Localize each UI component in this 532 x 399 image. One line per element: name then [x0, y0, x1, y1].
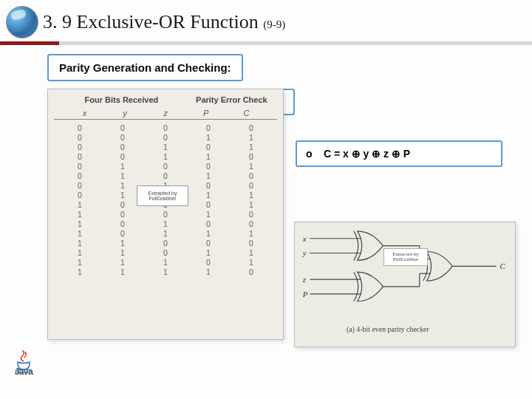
col-x: x	[64, 109, 105, 117]
table-cell: 0	[101, 152, 144, 161]
circuit-diagram: .l{stroke:#444;stroke-width:1.2;fill:non…	[294, 222, 516, 347]
table-row: 10100	[58, 219, 273, 228]
table-cell: 1	[58, 239, 101, 248]
table-cell: 0	[144, 239, 187, 248]
table-cell: 1	[187, 210, 230, 219]
diag-y: y	[302, 248, 307, 257]
table-cell: 1	[101, 267, 144, 276]
table-row: 00000	[58, 123, 273, 132]
title-text: 3. 9 Exclusive-OR Function	[43, 11, 259, 33]
table-cell: 0	[101, 133, 144, 142]
table-cell: 0	[101, 123, 144, 132]
table-cell: 0	[58, 133, 101, 142]
table-cell: 0	[58, 181, 101, 190]
table-cell: 0	[144, 248, 187, 257]
diag-x: x	[302, 234, 307, 243]
table-cell: 0	[230, 267, 273, 276]
table-cell: 1	[101, 171, 144, 180]
table-cell: 1	[58, 267, 101, 276]
table-cell: 0	[144, 210, 187, 219]
table-cell: 0	[230, 219, 273, 228]
table-cell: 1	[187, 152, 230, 161]
table-cell: 1	[58, 258, 101, 267]
table-cell: 0	[58, 123, 101, 132]
table-cell: 1	[230, 229, 273, 238]
table-cell: 1	[58, 219, 101, 228]
table-cell: 0	[187, 239, 230, 248]
table-cell: 0	[58, 191, 101, 200]
table-cell: 0	[58, 171, 101, 180]
table-cell: 1	[187, 133, 230, 142]
table-cell: 1	[144, 258, 187, 267]
table-cell: 1	[144, 267, 187, 276]
table-row: 00011	[58, 133, 273, 142]
table-row: 01001	[58, 162, 273, 171]
table-row: 11110	[58, 267, 273, 276]
table-cell: 1	[144, 143, 187, 151]
table-row: 01010	[58, 171, 273, 180]
table-cell: 0	[101, 143, 144, 151]
table-cell: 0	[187, 219, 230, 228]
table-cell: 0	[58, 152, 101, 161]
table-cell: 0	[58, 162, 101, 171]
table-header-groups: Four Bits Received Parity Error Check	[48, 89, 283, 107]
table-cell: 1	[58, 210, 101, 219]
table-cell: 1	[187, 229, 230, 238]
bullet-icon: o	[306, 148, 321, 160]
table-cell: 1	[230, 248, 273, 257]
table-cell: 1	[230, 200, 273, 209]
table-cell: 1	[187, 248, 230, 257]
table-cell: 1	[144, 219, 187, 228]
diag-p: P	[302, 290, 308, 299]
table-cell: 0	[187, 162, 230, 171]
table-cell: 1	[230, 143, 273, 151]
truth-table-image: Four Bits Received Parity Error Check x …	[47, 89, 284, 340]
table-cell: 1	[230, 162, 273, 171]
table-cell: 0	[187, 123, 230, 132]
table-row: 11011	[58, 248, 273, 257]
table-cell: 0	[187, 143, 230, 151]
table-cell: 1	[187, 191, 230, 200]
table-cell: 0	[187, 181, 230, 190]
diag-c: C	[499, 262, 505, 270]
subtitle-box: Parity Generation and Checking:	[47, 54, 243, 81]
table-cell: 0	[101, 219, 144, 228]
table-cell: 0	[101, 210, 144, 219]
table-cell: 0	[58, 143, 101, 151]
table-cell: 0	[187, 200, 230, 209]
table-cell: 0	[230, 210, 273, 219]
table-row: 11000	[58, 239, 273, 248]
slide-header: 3. 9 Exclusive-OR Function (9-9)	[0, 0, 532, 41]
diagram-caption: (a) 4-bit even parity checker	[347, 325, 430, 334]
table-cell: 1	[144, 229, 187, 238]
globe-icon	[6, 6, 38, 38]
col-y: y	[105, 109, 146, 117]
diag-z: z	[302, 275, 307, 284]
table-cell: 1	[187, 267, 230, 276]
title-note: (9-9)	[263, 18, 285, 30]
table-cell: 0	[144, 133, 187, 142]
java-cup-icon	[13, 349, 35, 366]
col-p: P	[185, 109, 226, 117]
table-row: 00110	[58, 152, 273, 161]
table-cell: 0	[144, 123, 187, 132]
col-c: C	[226, 109, 267, 117]
table-group-bits: Four Bits Received	[55, 95, 188, 104]
table-cell: 0	[144, 171, 187, 180]
table-cell: 1	[58, 200, 101, 209]
table-cell: 0	[230, 171, 273, 180]
table-cell: 0	[144, 162, 187, 171]
slide-title: 3. 9 Exclusive-OR Function (9-9)	[43, 11, 285, 33]
java-logo: Java	[6, 349, 41, 393]
table-cell: 0	[230, 152, 273, 161]
col-z: z	[146, 109, 186, 117]
table-cell: 1	[101, 248, 144, 257]
table-row: 00101	[58, 143, 273, 151]
table-cell: 1	[230, 191, 273, 200]
table-cell: 0	[230, 239, 273, 248]
table-cell: 1	[187, 171, 230, 180]
diagram-watermark: Extracted by FullGrabber	[383, 248, 428, 266]
table-group-check: Parity Error Check	[188, 95, 276, 104]
table-cell: 0	[230, 181, 273, 190]
table-column-headers: x y z P C	[54, 107, 277, 120]
